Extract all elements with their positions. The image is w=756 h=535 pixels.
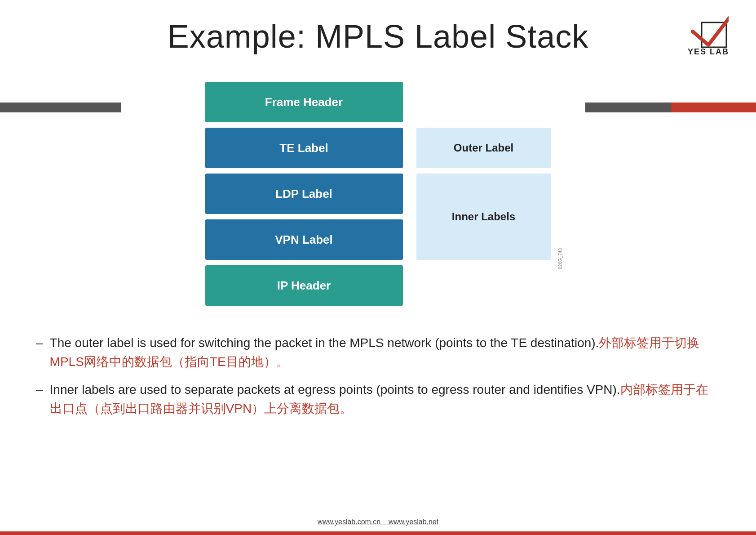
bullet-dash-2: – — [36, 380, 43, 399]
yeslab-logo: YES LAB — [688, 13, 729, 57]
footer-link2[interactable]: www.yeslab.net — [389, 518, 438, 526]
footer-links: www.yeslab.com.cn www.yeslab.net — [318, 518, 438, 526]
yeslab-text: YES LAB — [688, 47, 729, 57]
footer: www.yeslab.com.cn www.yeslab.net — [0, 518, 756, 526]
frame-header-block: Frame Header — [205, 82, 403, 122]
footer-link1[interactable]: www.yeslab.com.cn — [318, 518, 381, 526]
checkmark-icon — [688, 13, 729, 49]
title-area: Example: MPLS Label Stack YES LAB — [0, 0, 756, 64]
te-label-block: TE Label — [205, 128, 403, 168]
ldp-label-block: LDP Label — [205, 174, 403, 214]
labels-column: Outer Label Inner Labels — [416, 82, 551, 260]
inner-labels-box: Inner Labels — [416, 174, 551, 260]
vpn-label-block: VPN Label — [205, 219, 403, 260]
bullet-item-2: – Inner labels are used to separate pack… — [36, 380, 720, 418]
stack-column: Frame Header TE Label LDP Label VPN Labe… — [205, 82, 403, 311]
outer-label-box: Outer Label — [416, 128, 551, 168]
bottom-red-bar — [0, 531, 756, 535]
ip-header-block: IP Header — [205, 265, 403, 306]
bullet-text-2: Inner labels are used to separate packet… — [50, 380, 720, 418]
bullet-text-1: The outer label is used for switching th… — [50, 334, 720, 371]
bullet-item-1: – The outer label is used for switching … — [36, 334, 720, 371]
bullets-section: – The outer label is used for switching … — [0, 334, 756, 418]
page-title: Example: MPLS Label Stack — [0, 18, 756, 55]
bullet-dash-1: – — [36, 334, 43, 352]
diagram-id: 020G_748 — [558, 248, 563, 269]
diagram-container: Frame Header TE Label LDP Label VPN Labe… — [0, 82, 756, 311]
